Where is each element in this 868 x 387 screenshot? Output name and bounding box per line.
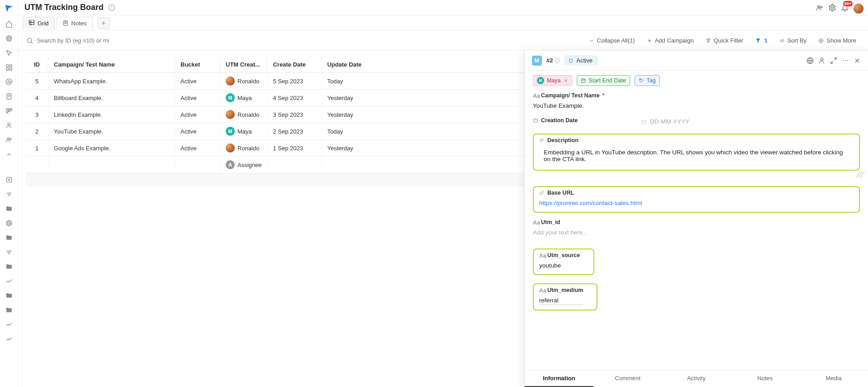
cell-bucket: Active (175, 90, 220, 106)
document-icon[interactable] (5, 92, 13, 100)
bell-icon[interactable]: 99+ (841, 4, 849, 12)
svg-line-50 (834, 58, 836, 60)
start-end-date-chip[interactable]: Start End Date (577, 75, 630, 86)
panel-tab-media[interactable]: Media (799, 370, 868, 387)
app-logo-icon[interactable] (4, 4, 14, 14)
chart2-icon[interactable] (5, 320, 13, 329)
svg-point-30 (831, 6, 834, 9)
tab-grid[interactable]: Grid (23, 17, 55, 29)
description-value[interactable]: Embedding a URL in YouTube description. … (539, 146, 854, 165)
resize-handle-icon[interactable]: /// (855, 170, 865, 180)
col-create-date[interactable]: Create Date (267, 57, 322, 73)
grid-toolbar: Collapse All(1) Add Campaign Quick Filte… (18, 31, 868, 51)
plus-square-icon[interactable] (5, 176, 13, 184)
utm-medium-value[interactable]: referral (539, 296, 583, 305)
home-icon[interactable] (5, 20, 13, 28)
collapse-all-button[interactable]: Collapse All(1) (585, 35, 639, 46)
remove-chip-icon[interactable] (564, 78, 568, 83)
chart1-icon[interactable] (5, 277, 13, 285)
svg-point-53 (845, 60, 846, 61)
tab-notes[interactable]: Notes (57, 17, 93, 29)
cell-id: 3 (26, 106, 48, 123)
wifi-icon[interactable] (5, 190, 13, 198)
svg-point-24 (9, 253, 9, 254)
profile-avatar[interactable] (854, 4, 862, 12)
bucket-icon (568, 58, 574, 63)
text2-icon: Aa (533, 220, 538, 225)
user-icon[interactable] (5, 121, 13, 129)
gear-icon[interactable] (828, 4, 836, 12)
more-icon[interactable] (842, 57, 849, 64)
col-creator[interactable]: UTM Creat... (220, 57, 267, 73)
creation-date-input[interactable]: DD-MM-YYYY (641, 117, 689, 126)
info-small-icon[interactable] (555, 58, 560, 63)
quick-filter-button[interactable]: Quick Filter (702, 35, 747, 46)
people-icon[interactable] (816, 4, 824, 12)
campaign-name-value[interactable]: YouTube Example. (533, 101, 860, 110)
target-icon[interactable] (5, 34, 13, 43)
expand-icon[interactable] (830, 57, 837, 64)
info-icon[interactable] (108, 4, 115, 11)
svg-point-2 (9, 38, 9, 38)
add-tab-button[interactable] (97, 17, 110, 29)
panel-tab-notes[interactable]: Notes (730, 370, 799, 387)
svg-rect-4 (9, 65, 12, 67)
svg-rect-11 (6, 109, 8, 113)
assignee-chip-maya[interactable]: M Maya (533, 75, 572, 86)
assign-icon[interactable] (818, 57, 825, 64)
svg-point-39 (28, 38, 32, 42)
add-campaign-button[interactable]: Add Campaign (643, 35, 697, 46)
tag-chip[interactable]: Tag (635, 75, 660, 86)
svg-rect-12 (8, 109, 9, 111)
cell-creator: MMaya (220, 90, 267, 106)
filter-button[interactable]: 1 (751, 35, 771, 46)
utm-medium-box: AaUtm_medium referral (533, 283, 598, 311)
svg-point-28 (818, 5, 820, 8)
search-input[interactable] (37, 37, 114, 44)
assignee-placeholder: Assignee (237, 162, 261, 168)
panel-tab-information[interactable]: Information (525, 370, 593, 387)
panel-tab-activity[interactable]: Activity (662, 370, 731, 387)
at-icon[interactable] (5, 78, 13, 86)
sort-by-button[interactable]: Sort By (776, 35, 811, 46)
close-icon[interactable] (854, 57, 861, 64)
panel-tab-comment[interactable]: Comment (593, 370, 662, 387)
show-more-button[interactable]: Show More (815, 35, 860, 46)
svg-point-15 (7, 138, 9, 139)
utm-id-input[interactable]: Add your text here.. (533, 228, 860, 237)
chart3-icon[interactable] (5, 335, 13, 343)
folder5-icon[interactable] (5, 306, 13, 314)
svg-point-54 (847, 60, 848, 61)
bullseye-icon[interactable] (5, 219, 13, 227)
svg-rect-64 (534, 119, 537, 123)
users-icon[interactable] (5, 136, 13, 144)
base-url-value[interactable]: https://pronnel.com/contact-sales.html (539, 199, 854, 207)
col-name[interactable]: Campaign/ Test Name (48, 57, 175, 73)
link-icon (539, 190, 545, 196)
cell-create-date: 4 Sep 2023 (267, 90, 322, 106)
col-id[interactable]: ID (26, 57, 48, 73)
utm-source-value[interactable]: youtube (539, 261, 580, 270)
folder3-icon[interactable] (5, 263, 13, 271)
svg-line-40 (31, 42, 33, 43)
calendar2-icon (533, 118, 538, 123)
folder1-icon[interactable] (5, 205, 13, 213)
cell-create-date: 5 Sep 2023 (267, 73, 322, 90)
cursor-icon[interactable] (5, 49, 13, 57)
board-icon[interactable] (5, 107, 13, 115)
wifi2-icon[interactable] (5, 248, 13, 256)
view-tabs: Grid Notes (18, 15, 868, 31)
collapse-rail-icon[interactable] (5, 150, 13, 158)
panel-avatar: M (532, 56, 542, 66)
detail-panel: M #2 Active (524, 51, 868, 387)
folder2-icon[interactable] (5, 234, 13, 242)
status-chip[interactable]: Active (564, 55, 598, 66)
apps-icon[interactable] (5, 63, 13, 72)
col-bucket[interactable]: Bucket (175, 57, 220, 73)
cell-name: Billboard Example. (48, 90, 175, 106)
svg-point-63 (640, 79, 641, 80)
svg-rect-6 (9, 68, 12, 70)
cell-creator: Ronaldo (220, 73, 267, 90)
globe-icon[interactable] (806, 57, 814, 64)
folder4-icon[interactable] (5, 291, 13, 300)
